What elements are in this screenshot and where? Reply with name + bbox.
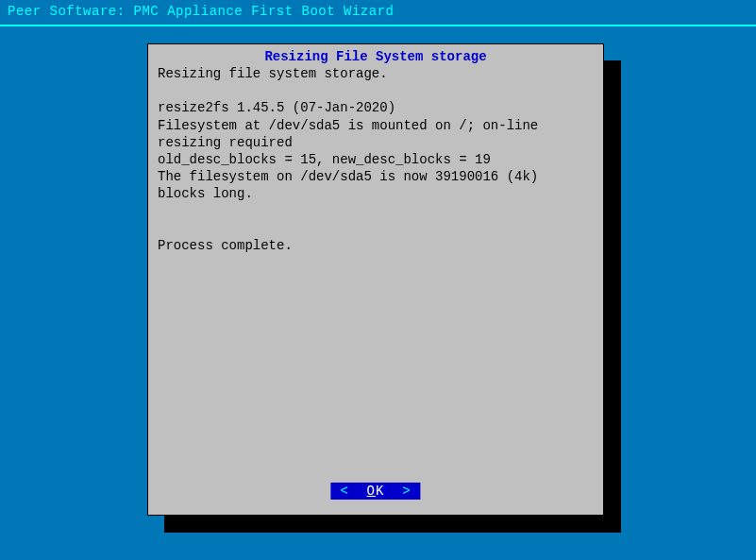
dialog-body: Resizing file system storage. resize2fs …: [158, 65, 594, 254]
header-divider: [0, 25, 756, 26]
window-title: Peer Software: PMC Appliance First Boot …: [0, 0, 756, 23]
left-arrow-icon: <: [340, 484, 348, 499]
dialog-inner: Resizing File System storage Resizing fi…: [154, 50, 597, 509]
dialog-title: Resizing File System storage: [154, 49, 597, 64]
ok-button-label: OK: [358, 484, 394, 499]
ok-button[interactable]: < OK >: [330, 483, 420, 500]
right-arrow-icon: >: [402, 484, 411, 499]
dialog-wrapper: Resizing File System storage Resizing fi…: [147, 43, 608, 519]
dialog: Resizing File System storage Resizing fi…: [147, 43, 604, 516]
window-title-text: Peer Software: PMC Appliance First Boot …: [8, 4, 394, 19]
